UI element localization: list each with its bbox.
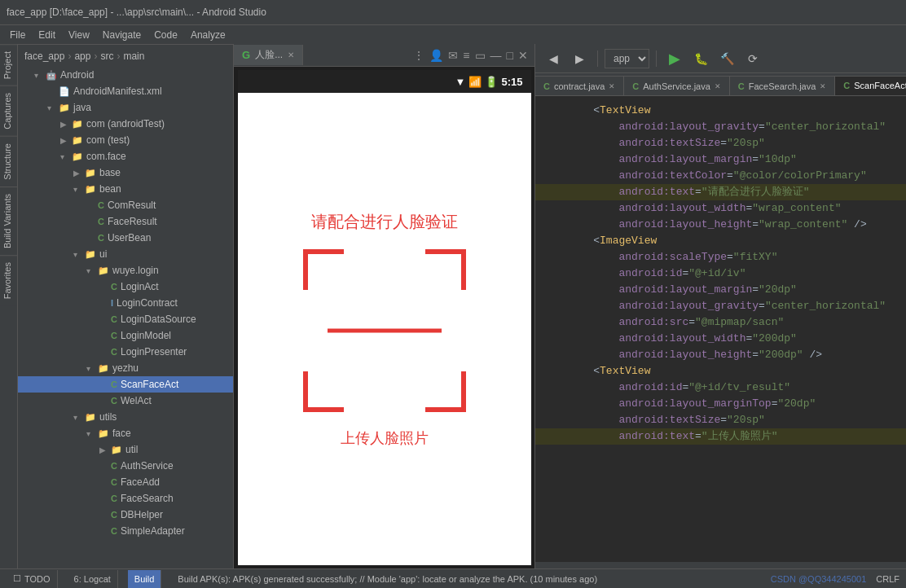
tab-close-icon[interactable]: ✕ [609, 82, 615, 90]
class-icon: C [111, 380, 117, 389]
app-dropdown[interactable]: app [605, 49, 649, 68]
tab-close-icon[interactable]: ✕ [820, 82, 826, 90]
sidebar-item-facesearch[interactable]: C FaceSearch [18, 490, 233, 507]
code-tab-contract[interactable]: C contract.java ✕ [535, 76, 624, 95]
sidebar-item-manifest[interactable]: 📄 AndroidManifest.xml [18, 83, 233, 99]
sidebar-item-com-test[interactable]: ▶ 📁 com (test) [18, 132, 233, 148]
code-editor[interactable]: <TextView android:layout_gravity="center… [535, 96, 906, 562]
sidebar-item-utils[interactable]: ▾ 📁 utils [18, 409, 233, 425]
breadcrumb-app[interactable]: app [74, 50, 90, 62]
sidebar-item-faceadd[interactable]: C FaceAdd [18, 474, 233, 490]
tab-close-icon[interactable]: ✕ [715, 82, 721, 90]
time-display: 5:15 [501, 76, 522, 88]
bottom-tab-logcat[interactable]: 6: Logcat [68, 570, 118, 588]
sidebar-item-authservice[interactable]: C AuthService [18, 458, 233, 474]
phone-maximize-icon[interactable]: □ [507, 49, 513, 62]
sidebar-item-face[interactable]: ▾ 📁 face [18, 425, 233, 441]
side-tab-project[interactable]: Project [0, 44, 17, 86]
code-line-5: android:textColor="@color/colorPrimary" [535, 168, 906, 184]
sidebar-item-base[interactable]: ▶ 📁 base [18, 165, 233, 181]
run-button[interactable]: ▶ [663, 48, 686, 69]
phone-area: G 人脸... ✕ ⋮ 👤 ✉ ≡ ▭ — □ ✕ ▼ 📶 🔋 [234, 44, 535, 568]
folder-icon: 📁 [85, 184, 96, 195]
sidebar-item-com-androidtest[interactable]: ▶ 📁 com (androidTest) [18, 116, 233, 132]
folder-icon: 📁 [72, 135, 83, 146]
sync-button[interactable]: ⟳ [741, 48, 764, 69]
sidebar-item-util[interactable]: ▶ 📁 util [18, 441, 233, 458]
code-line-17: <TextView [535, 363, 906, 380]
menu-analyze[interactable]: Analyze [184, 28, 232, 42]
sidebar-item-com-face[interactable]: ▾ 📁 com.face [18, 148, 233, 165]
phone-tab-icons: ⋮ 👤 ✉ ≡ ▭ — □ ✕ [413, 49, 534, 62]
sidebar-item-userbean[interactable]: C UserBean [18, 230, 233, 246]
sidebar-item-ui[interactable]: ▾ 📁 ui [18, 246, 233, 262]
bottom-tabs-bar: ☐ TODO 6: Logcat Build Build APK(s): APK… [0, 568, 906, 588]
folder-icon: 📁 [72, 151, 83, 162]
forward-button[interactable]: ▶ [568, 48, 591, 69]
side-tab-build-variants[interactable]: Build Variants [0, 186, 17, 255]
title-text: face_app [D:\face_app] - ...\app\src\mai… [7, 7, 899, 18]
sidebar-item-java[interactable]: ▾ 📁 java [18, 99, 233, 116]
class-icon: C [111, 494, 117, 503]
side-tab-structure[interactable]: Structure [0, 136, 17, 186]
breadcrumb-face-app[interactable]: face_app [24, 50, 64, 62]
sidebar-item-simpleadapter[interactable]: C SimpleAdapter [18, 523, 233, 539]
sidebar-item-wuye-login[interactable]: ▾ 📁 wuye.login [18, 262, 233, 279]
sidebar-item-logindatasource[interactable]: C LoginDataSource [18, 311, 233, 327]
phone-minimize-icon[interactable]: — [490, 49, 502, 62]
corner-bl [303, 371, 344, 412]
phone-more-icon[interactable]: ⋮ [413, 49, 424, 62]
menu-view[interactable]: View [62, 28, 96, 42]
sidebar-item-bean[interactable]: ▾ 📁 bean [18, 181, 233, 197]
code-line-21: android:text="上传人脸照片" [535, 428, 906, 445]
side-tab-favorites[interactable]: Favorites [0, 255, 17, 305]
phone-window-icon[interactable]: ▭ [475, 49, 486, 62]
build-button[interactable]: 🔨 [715, 48, 738, 69]
code-tab-scanfaceact[interactable]: C ScanFaceAct... ✕ [835, 76, 906, 95]
upload-text[interactable]: 上传人脸照片 [341, 428, 429, 448]
bottom-tab-build[interactable]: Build [128, 570, 161, 588]
menu-navigate[interactable]: Navigate [96, 28, 147, 42]
status-message: Build APK(s): APK(s) generated successfu… [171, 574, 760, 584]
code-scrollbar[interactable] [535, 562, 906, 568]
sidebar-item-loginact[interactable]: C LoginAct [18, 279, 233, 295]
side-tab-captures[interactable]: Captures [0, 86, 17, 136]
sidebar-item-android[interactable]: ▾ 🤖 Android [18, 67, 233, 83]
code-line-11: android:id="@+id/iv" [535, 265, 906, 282]
sidebar-item-faceresult[interactable]: C FaceResult [18, 213, 233, 230]
phone-status-bar: ▼ 📶 🔋 5:15 [238, 70, 531, 93]
back-button[interactable]: ◀ [542, 48, 565, 69]
phone-user-icon[interactable]: 👤 [429, 49, 443, 62]
menu-file[interactable]: File [3, 28, 32, 42]
sidebar-item-logincontract[interactable]: I LoginContract [18, 295, 233, 311]
phone-tab-close-icon[interactable]: ✕ [288, 50, 294, 59]
bottom-tab-todo[interactable]: ☐ TODO [7, 570, 58, 588]
phone-close-icon[interactable]: ✕ [518, 49, 528, 62]
phone-tab-active[interactable]: G 人脸... ✕ [234, 45, 303, 65]
folder-icon: 📁 [59, 103, 70, 113]
code-tab-authservice[interactable]: C AuthService.java ✕ [624, 76, 730, 95]
sidebar-item-scanfaceact[interactable]: C ScanFaceAct [18, 376, 233, 393]
code-tab-facesearch[interactable]: C FaceSearch.java ✕ [730, 76, 836, 95]
code-line-19: android:layout_marginTop="20dp" [535, 396, 906, 412]
sidebar-item-yezhu[interactable]: ▾ 📁 yezhu [18, 360, 233, 376]
folder-icon: 📁 [85, 249, 96, 260]
sidebar-item-loginpresenter[interactable]: C LoginPresenter [18, 344, 233, 360]
sidebar-item-comresult[interactable]: C ComResult [18, 197, 233, 213]
breadcrumb-main[interactable]: main [123, 50, 144, 62]
menu-code[interactable]: Code [147, 28, 184, 42]
sidebar-item-loginmodel[interactable]: C LoginModel [18, 327, 233, 344]
phone-menu-icon[interactable]: ≡ [463, 49, 469, 62]
debug-button[interactable]: 🐛 [689, 48, 712, 69]
folder-icon: 📁 [85, 412, 96, 423]
code-line-13: android:layout_gravity="center_horizonta… [535, 298, 906, 314]
code-line-14: android:src="@mipmap/sacn" [535, 314, 906, 331]
phone-tab-g-icon: G [242, 49, 250, 61]
corner-tl [303, 249, 344, 290]
breadcrumb-src[interactable]: src [100, 50, 113, 62]
menu-edit[interactable]: Edit [32, 28, 62, 42]
phone-mail-icon[interactable]: ✉ [448, 49, 458, 62]
sidebar-item-dbhelper[interactable]: C DBHelper [18, 507, 233, 523]
sidebar-item-welact[interactable]: C WelAct [18, 393, 233, 409]
code-line-6: android:text="请配合进行人脸验证" [535, 184, 906, 200]
